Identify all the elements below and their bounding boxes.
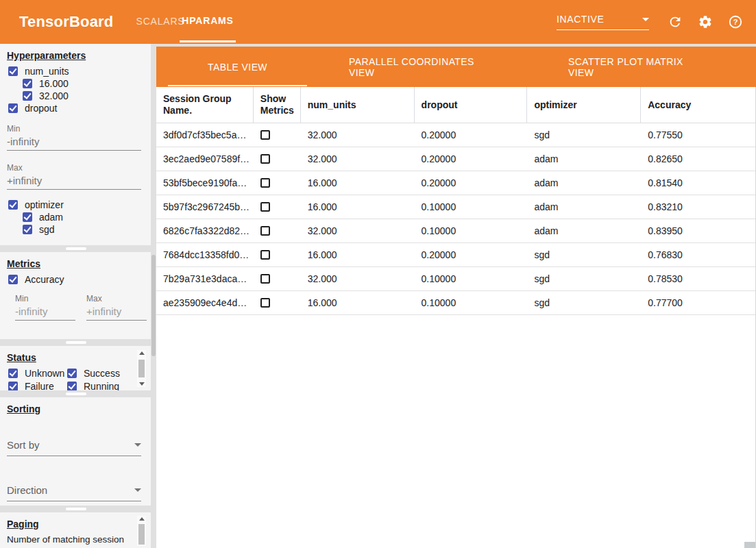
status-heading: Status <box>7 352 151 363</box>
num-units-value: 32.000 <box>301 129 415 140</box>
col-header-session-group-name[interactable]: Session Group Name. <box>156 87 254 123</box>
checkbox-num-units-16[interactable]: 16.000 <box>23 77 151 90</box>
accuracy-min-label: Min <box>15 294 75 303</box>
col-header-dropout[interactable]: dropout <box>415 87 528 123</box>
scrollbar-corner <box>744 542 755 548</box>
status-success-label: Success <box>84 368 120 379</box>
dropout-max-input[interactable]: +infinity <box>7 175 141 190</box>
checkbox-checked-icon <box>8 103 18 113</box>
show-metrics-checkbox[interactable] <box>260 250 270 260</box>
optimizer-value: adam <box>527 177 641 188</box>
tab-hparams[interactable]: HPARAMS <box>180 0 236 42</box>
tab-table-view[interactable]: TABLE VIEW <box>168 47 307 87</box>
panel-hyperparameters: Hyperparameters num_units 16.000 32.000 … <box>0 44 151 245</box>
checkbox-optimizer[interactable]: optimizer <box>8 199 151 211</box>
splitter-handle[interactable] <box>0 390 151 397</box>
accuracy-min-input[interactable]: -infinity <box>15 306 75 321</box>
col-header-optimizer[interactable]: optimizer <box>527 87 641 123</box>
direction-select[interactable]: Direction <box>7 484 141 501</box>
show-metrics-checkbox[interactable] <box>260 178 270 188</box>
direction-value: Direction <box>7 484 47 496</box>
table-row: 3ec2aed9e07589f… 32.000 0.20000 adam 0.8… <box>156 147 755 171</box>
show-metrics-checkbox[interactable] <box>260 202 270 212</box>
checkbox-status-success[interactable]: Success <box>67 367 133 379</box>
runs-status-select[interactable]: INACTIVE <box>557 14 649 30</box>
num-units-value: 32.000 <box>301 153 415 164</box>
checkbox-num-units[interactable]: num_units <box>8 65 151 77</box>
show-metrics-checkbox[interactable] <box>260 274 270 284</box>
splitter-handle[interactable] <box>0 245 151 252</box>
show-metrics-checkbox[interactable] <box>260 226 270 236</box>
accuracy-value: 0.82650 <box>641 153 755 164</box>
optimizer-value: adam <box>527 201 641 212</box>
session-group-name: 7684dcc13358fd0… <box>156 249 254 260</box>
checkbox-checked-icon <box>23 79 32 88</box>
accuracy-max-input[interactable]: +infinity <box>86 306 147 321</box>
optimizer-value: adam <box>527 225 641 236</box>
table-row: 7684dcc13358fd0… 16.000 0.20000 sgd 0.76… <box>156 243 755 267</box>
checkbox-checked-icon <box>23 212 32 222</box>
drag-handle-icon <box>66 508 86 510</box>
session-group-name: 3df0d7cf35bec5a… <box>156 129 254 140</box>
appbar-actions: INACTIVE ? <box>557 0 744 44</box>
sidebar-scrollbar[interactable] <box>151 255 156 356</box>
app-bar: TensorBoard SCALARS HPARAMS INACTIVE ? <box>0 0 756 44</box>
checkbox-checked-icon <box>23 91 32 101</box>
accuracy-value: 0.81540 <box>641 177 755 188</box>
checkbox-accuracy[interactable]: Accuracy <box>8 273 151 286</box>
accuracy-range-fields: Min -infinity Max +infinity <box>15 294 151 321</box>
sort-by-select[interactable]: Sort by <box>7 439 141 456</box>
panel-paging: Paging Number of matching session groups… <box>0 512 151 548</box>
accuracy-value: 0.77700 <box>641 297 755 308</box>
checkbox-checked-icon <box>8 382 18 390</box>
splitter-handle[interactable] <box>0 339 151 346</box>
checkbox-checked-icon <box>67 382 77 390</box>
sgd-label: sgd <box>39 224 55 235</box>
status-scrollbar[interactable] <box>137 350 146 387</box>
col-header-show-metrics[interactable]: Show Metrics <box>254 87 301 123</box>
table-row: 6826c7fa3322d82… 32.000 0.10000 adam 0.8… <box>156 219 755 243</box>
checkbox-status-failure[interactable]: Failure <box>8 380 67 390</box>
col-header-num-units[interactable]: num_units <box>301 87 415 123</box>
checkbox-status-unknown[interactable]: Unknown <box>8 367 67 379</box>
view-tab-bar: TABLE VIEW PARALLEL COORDINATES VIEW SCA… <box>156 47 756 87</box>
help-button[interactable]: ? <box>727 14 744 30</box>
optimizer-value: sgd <box>527 129 641 140</box>
checkbox-dropout[interactable]: dropout <box>8 102 151 114</box>
session-group-name: 6826c7fa3322d82… <box>156 225 254 236</box>
tab-scatter-plot-matrix-view[interactable]: SCATTER PLOT MATRIX VIEW <box>568 47 707 87</box>
num-units-16-label: 16.000 <box>39 78 69 89</box>
splitter-handle[interactable] <box>0 506 151 512</box>
optimizer-value: sgd <box>527 273 641 284</box>
checkbox-optimizer-adam[interactable]: adam <box>23 211 151 223</box>
paging-scrollbar[interactable] <box>137 516 146 546</box>
dropout-min-input[interactable]: -infinity <box>7 136 141 151</box>
chevron-down-icon <box>642 18 649 21</box>
panel-sorting: Sorting Sort by Direction <box>0 397 151 506</box>
checkbox-status-running[interactable]: Running <box>67 380 133 390</box>
matching-groups-count: Number of matching session groups: 8 <box>7 534 132 548</box>
num-units-value: 32.000 <box>301 225 415 236</box>
accuracy-max-label: Max <box>86 294 147 303</box>
drag-handle-icon <box>66 393 86 395</box>
session-group-name: 5b97f3c2967245b… <box>156 201 254 212</box>
panel-metrics: Metrics Accuracy Min -infinity Max +infi… <box>0 252 151 339</box>
checkbox-checked-icon <box>8 275 18 284</box>
checkbox-optimizer-sgd[interactable]: sgd <box>23 223 151 236</box>
status-failure-label: Failure <box>25 381 54 390</box>
checkbox-num-units-32[interactable]: 32.000 <box>23 90 151 102</box>
session-group-name: 7b29a731e3daca… <box>156 273 254 284</box>
show-metrics-checkbox[interactable] <box>260 154 270 164</box>
accuracy-value: 0.83210 <box>641 201 755 212</box>
refresh-button[interactable] <box>667 14 683 30</box>
num-units-label: num_units <box>25 66 69 77</box>
settings-button[interactable] <box>697 14 714 30</box>
show-metrics-checkbox[interactable] <box>260 130 270 140</box>
col-header-accuracy[interactable]: Accuracy <box>641 87 755 123</box>
table-row: 3df0d7cf35bec5a… 32.000 0.20000 sgd 0.77… <box>156 123 755 147</box>
dropout-value: 0.10000 <box>415 273 528 284</box>
num-units-value: 16.000 <box>301 201 415 212</box>
show-metrics-checkbox[interactable] <box>260 298 270 308</box>
dropout-min-label: Min <box>7 124 151 134</box>
tab-parallel-coordinates-view[interactable]: PARALLEL COORDINATES VIEW <box>349 47 487 87</box>
